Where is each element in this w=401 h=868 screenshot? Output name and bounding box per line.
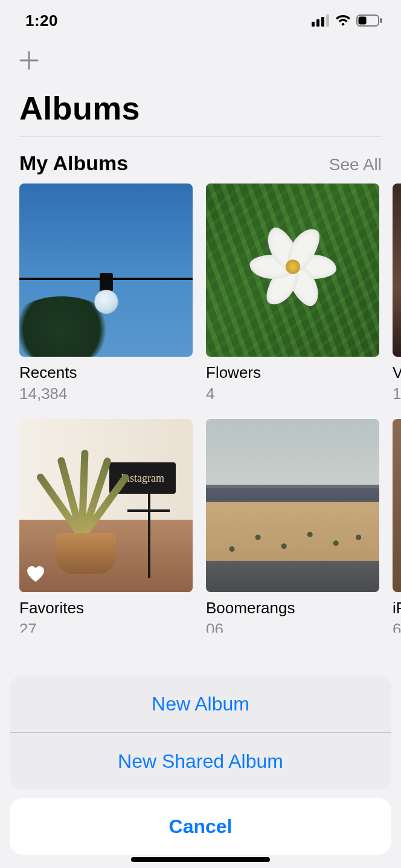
heart-icon [27,566,45,585]
album-favorites[interactable]: Instagram Favorites 27 [19,419,193,633]
page-title: Albums [0,81,401,136]
album-count: 4 [206,384,379,404]
add-button[interactable] [16,48,42,75]
album-thumbnail [206,419,379,592]
album-count: 6 [393,619,401,633]
wifi-icon [335,14,351,27]
album-name: Boomerangs [206,598,379,618]
album-recents[interactable]: Recents 14,384 [19,183,193,403]
album-count: 1 [393,384,401,404]
svg-rect-5 [359,17,367,25]
album-peek[interactable]: V 1 [393,183,401,403]
home-indicator [131,857,270,862]
see-all-link[interactable]: See All [329,155,382,174]
svg-rect-6 [380,18,382,23]
status-icons [312,14,383,27]
status-bar: 1:20 [0,0,401,36]
cellular-icon [312,14,330,27]
status-time: 1:20 [25,11,58,30]
album-thumbnail [393,419,401,592]
album-thumbnail: Instagram [19,419,193,592]
album-thumbnail [206,183,379,357]
cancel-button[interactable]: Cancel [10,798,391,855]
svg-rect-1 [316,19,319,27]
album-name: Favorites [19,598,193,618]
album-boomerangs[interactable]: Boomerangs 06 [206,419,379,633]
action-sheet: New Album New Shared Album Cancel [10,675,391,855]
new-album-button[interactable]: New Album [10,675,391,732]
album-row: Instagram Favorites 27 Boomerangs 06 iP … [0,419,401,633]
album-flowers[interactable]: Flowers 4 [206,183,379,403]
battery-icon [356,14,383,27]
album-count: 14,384 [19,384,193,404]
album-name: Recents [19,363,193,383]
svg-rect-0 [312,22,315,27]
album-peek[interactable]: iP 6 [393,419,401,633]
album-row: Recents 14,384 Flowers 4 V 1 [0,183,401,403]
album-name: V [393,363,401,383]
album-thumbnail [393,183,401,357]
plus-icon [17,48,41,75]
album-count: 27 [19,619,193,633]
album-name: iP [393,598,401,618]
svg-rect-3 [326,14,329,27]
new-shared-album-button[interactable]: New Shared Album [10,733,391,790]
album-name: Flowers [206,363,379,383]
album-count: 06 [206,619,379,633]
album-thumbnail [19,183,193,357]
section-title-my-albums: My Albums [19,152,128,175]
svg-rect-2 [321,17,324,27]
